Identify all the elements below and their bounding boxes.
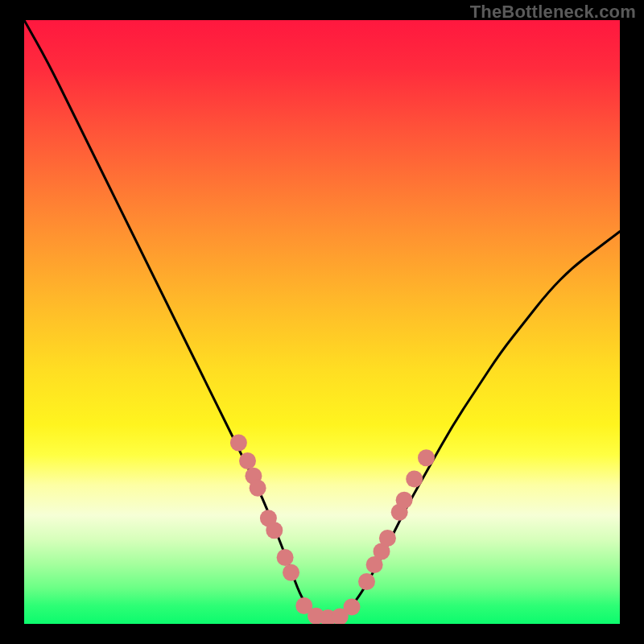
- bottleneck-curve-svg: [24, 20, 620, 624]
- data-marker: [379, 530, 396, 547]
- data-marker: [396, 492, 413, 509]
- data-marker: [283, 564, 299, 581]
- data-marker: [230, 435, 247, 452]
- data-marker: [358, 573, 375, 590]
- data-marker: [239, 452, 256, 469]
- bottleneck-curve: [24, 20, 620, 618]
- data-marker: [418, 449, 435, 466]
- plot-area: [24, 20, 620, 624]
- chart-frame: TheBottleneck.com: [0, 0, 644, 644]
- data-marker: [277, 549, 294, 566]
- watermark-text: TheBottleneck.com: [470, 2, 636, 23]
- data-marker: [344, 599, 361, 616]
- data-marker: [266, 522, 283, 539]
- data-marker: [406, 471, 423, 488]
- data-marker: [250, 480, 266, 497]
